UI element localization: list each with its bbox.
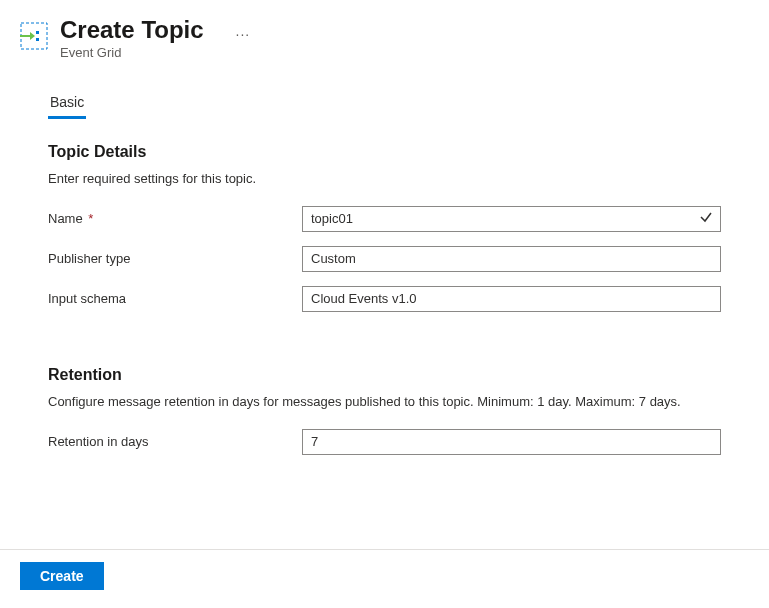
svg-marker-4 <box>30 32 35 40</box>
topic-icon <box>20 22 48 50</box>
create-button[interactable]: Create <box>20 562 104 590</box>
page-subtitle: Event Grid <box>60 45 204 60</box>
page-title: Create Topic <box>60 16 204 45</box>
input-schema-select[interactable] <box>302 286 721 312</box>
footer: Create <box>0 549 769 590</box>
input-wrap-publisher-type <box>302 246 721 272</box>
label-name-text: Name <box>48 211 83 226</box>
publisher-type-select[interactable] <box>302 246 721 272</box>
tabs: Basic <box>48 90 721 119</box>
form-row-name: Name * <box>48 206 721 232</box>
header-text: Create Topic Event Grid <box>60 16 204 60</box>
label-input-schema: Input schema <box>48 291 302 306</box>
input-wrap-retention-days <box>302 429 721 455</box>
form-row-input-schema: Input schema <box>48 286 721 312</box>
form-row-publisher-type: Publisher type <box>48 246 721 272</box>
label-retention-days: Retention in days <box>48 434 302 449</box>
section-desc-topic-details: Enter required settings for this topic. <box>48 171 721 186</box>
label-name: Name * <box>48 211 302 226</box>
tab-basic[interactable]: Basic <box>48 90 86 119</box>
form-row-retention-days: Retention in days <box>48 429 721 455</box>
page-header: Create Topic Event Grid ··· <box>0 0 769 60</box>
name-input[interactable] <box>302 206 721 232</box>
input-wrap-input-schema <box>302 286 721 312</box>
section-desc-retention: Configure message retention in days for … <box>48 394 721 409</box>
label-publisher-type: Publisher type <box>48 251 302 266</box>
more-button[interactable]: ··· <box>236 26 251 42</box>
content-area: Basic Topic Details Enter required setti… <box>0 60 769 455</box>
required-mark: * <box>85 211 94 226</box>
section-title-retention: Retention <box>48 366 721 384</box>
section-retention: Retention Configure message retention in… <box>48 366 721 455</box>
input-wrap-name <box>302 206 721 232</box>
retention-days-input[interactable] <box>302 429 721 455</box>
section-topic-details: Topic Details Enter required settings fo… <box>48 143 721 312</box>
svg-rect-2 <box>36 38 39 41</box>
svg-rect-1 <box>36 31 39 34</box>
section-title-topic-details: Topic Details <box>48 143 721 161</box>
